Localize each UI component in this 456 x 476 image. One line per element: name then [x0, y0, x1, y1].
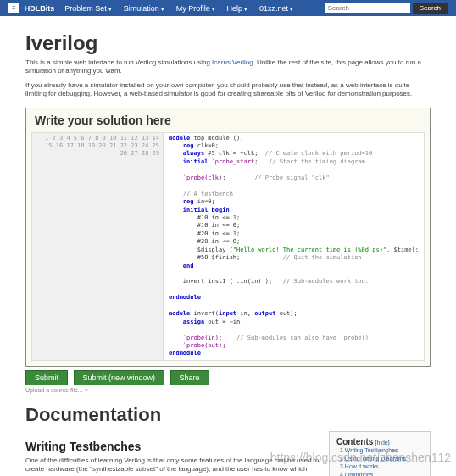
share-button[interactable]: Share	[170, 370, 209, 385]
documentation-title: Documentation	[25, 404, 431, 426]
search-input[interactable]	[325, 3, 410, 13]
editor-header: Write your solution here	[26, 108, 430, 132]
toc-hide[interactable]: [hide]	[375, 440, 390, 446]
nav-01xz[interactable]: 01xz.net	[259, 4, 293, 13]
intro-2: If you already have a simulator installe…	[25, 81, 431, 99]
brand[interactable]: HDLBits	[25, 4, 55, 13]
toc-item-3[interactable]: 3 How it works	[340, 462, 423, 471]
nav-problem-set[interactable]: Problem Set	[64, 4, 111, 13]
nav-simulation[interactable]: Simulation	[124, 4, 164, 13]
table-of-contents: Contents [hide] 1 Writing Testbenches 2 …	[329, 431, 431, 476]
logo-icon: ≡	[8, 3, 19, 13]
nav-my-profile[interactable]: My Profile	[176, 4, 215, 13]
main-container: Iverilog This is a simple web interface …	[0, 16, 456, 476]
doc-main: Writing Testbenches One of the difficult…	[25, 431, 320, 476]
toc-title: Contents	[336, 437, 373, 446]
submit-button[interactable]: Submit	[25, 370, 68, 385]
search-button[interactable]: Search	[413, 3, 448, 14]
code-editor[interactable]: 1 2 3 4 5 6 7 8 9 10 11 12 13 14 15 16 1…	[31, 132, 425, 361]
submit-new-window-button[interactable]: Submit (new window)	[74, 370, 165, 385]
toc-item-1[interactable]: 1 Writing Testbenches	[340, 446, 423, 455]
upload-source-file[interactable]: Upload a source file... ▾	[25, 387, 431, 394]
line-gutter: 1 2 3 4 5 6 7 8 9 10 11 12 13 14 15 16 1…	[32, 133, 164, 360]
nav-help[interactable]: Help	[227, 4, 247, 13]
intro-1: This is a simple web interface to run Ve…	[25, 58, 431, 76]
code-lines[interactable]: module top_module (); reg clk=0; always …	[164, 133, 424, 360]
toc-item-2[interactable]: 2 Using Timing Diagrams	[340, 455, 423, 463]
top-navbar: ≡ HDLBits Problem Set Simulation My Prof…	[0, 0, 456, 16]
button-row: Submit Submit (new window) Share	[25, 370, 431, 385]
toc-item-4[interactable]: 4 Limitations	[340, 471, 423, 476]
page-title: Iverilog	[25, 31, 431, 55]
heading-writing-testbenches: Writing Testbenches	[25, 440, 320, 453]
editor-box: Write your solution here 1 2 3 4 5 6 7 8…	[25, 108, 431, 367]
s1-p1: One of the difficulties of learning Veri…	[25, 457, 320, 476]
icarus-link[interactable]: Icarus Verilog	[212, 58, 253, 66]
